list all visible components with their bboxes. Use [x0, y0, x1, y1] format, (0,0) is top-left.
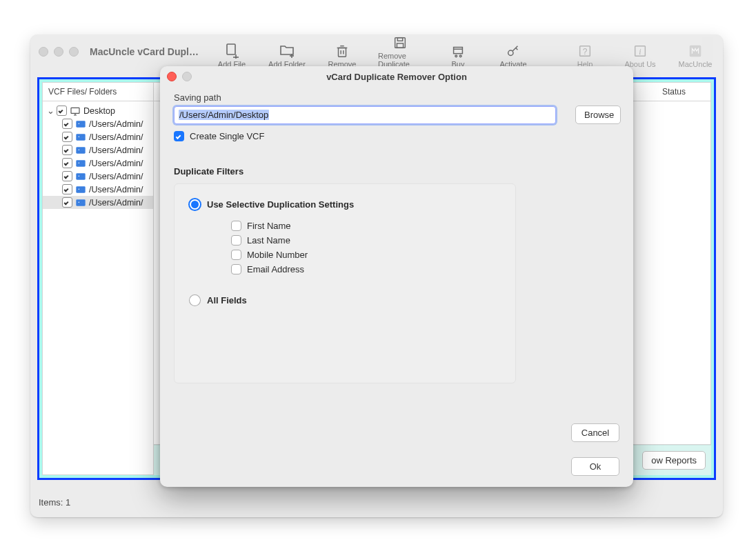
saving-path-input[interactable]: /Users/Admin/Desktop [174, 106, 556, 124]
add-file-icon [223, 42, 240, 59]
tree-root-checkbox[interactable] [57, 106, 67, 116]
svg-point-41 [78, 162, 80, 164]
modal-title: vCard Duplicate Remover Option [326, 72, 467, 82]
check-first-name[interactable] [231, 221, 241, 231]
vcard-icon [75, 186, 86, 194]
browse-button[interactable]: Browse [575, 106, 621, 124]
caret-down-icon[interactable]: ⌄ [47, 106, 54, 116]
svg-rect-48 [76, 186, 85, 192]
svg-point-33 [78, 136, 80, 138]
traffic-light-close[interactable] [39, 47, 48, 57]
key-icon [506, 43, 521, 59]
vcard-icon [75, 159, 86, 168]
info-icon: i [633, 43, 648, 59]
column-status[interactable]: Status [662, 87, 704, 97]
tree-item-checkbox[interactable] [62, 132, 72, 142]
tree-root-row[interactable]: ⌄ Desktop [43, 104, 153, 117]
tree-item[interactable]: /Users/Admin/ [43, 157, 153, 170]
svg-rect-0 [227, 44, 235, 54]
svg-point-49 [78, 188, 80, 190]
toolbar-remove-duplicate[interactable]: Remove Duplicate [378, 35, 422, 68]
tree-item-label: /Users/Admin/ [89, 172, 143, 181]
tree[interactable]: ⌄ Desktop /Users/Admin//Users/Admin//Use… [43, 101, 153, 212]
svg-rect-50 [81, 188, 85, 189]
tree-item-checkbox[interactable] [62, 171, 72, 181]
vcard-icon [75, 133, 86, 141]
svg-point-45 [78, 175, 80, 177]
tree-item-label: /Users/Admin/ [89, 132, 143, 142]
check-mobile[interactable] [231, 250, 241, 260]
radio-selective-label: Use Selective Duplication Settings [207, 199, 354, 210]
tree-item[interactable]: /Users/Admin/ [43, 117, 153, 130]
tree-item[interactable]: /Users/Admin/ [43, 170, 153, 183]
create-single-vcf-checkbox[interactable] [174, 131, 184, 141]
svg-rect-11 [397, 38, 402, 41]
tree-item-label: /Users/Admin/ [89, 159, 143, 168]
svg-rect-13 [454, 48, 463, 54]
tree-item[interactable]: /Users/Admin/ [43, 183, 153, 196]
check-email[interactable] [231, 264, 241, 274]
window-controls[interactable] [39, 47, 79, 57]
toolbar-brand[interactable]: MacUncle [676, 43, 715, 68]
duplicate-filters-header: Duplicate Filters [174, 166, 619, 177]
vcard-icon [75, 172, 86, 181]
cancel-button[interactable]: Cancel [571, 423, 619, 442]
status-bar: Items: 1 [39, 497, 70, 508]
svg-rect-34 [81, 136, 85, 137]
radio-all-fields[interactable] [190, 295, 200, 305]
svg-rect-30 [81, 123, 85, 123]
tree-item-checkbox[interactable] [62, 197, 72, 208]
help-icon: ? [577, 43, 593, 59]
ok-button[interactable]: Ok [571, 457, 619, 476]
window-title: MacUncle vCard Duplica… [90, 46, 200, 57]
traffic-light-min[interactable] [54, 47, 63, 57]
svg-rect-39 [81, 150, 85, 151]
svg-rect-25 [71, 108, 79, 113]
toolbar-add-file[interactable]: Add File [212, 42, 251, 68]
toolbar-remove[interactable]: Remove [323, 43, 361, 68]
tree-item-label: /Users/Admin/ [89, 119, 143, 129]
toolbar-activate[interactable]: Activate [494, 43, 533, 68]
toolbar-buy[interactable]: Buy [439, 43, 477, 68]
modal-close-button[interactable] [167, 72, 177, 81]
tree-item-checkbox[interactable] [62, 184, 72, 194]
tree-item[interactable]: /Users/Admin/ [43, 143, 153, 157]
tree-item-label: /Users/Admin/ [89, 185, 143, 194]
toolbar-add-folder[interactable]: Add Folder [268, 42, 306, 68]
toolbar-about[interactable]: i About Us [621, 43, 659, 68]
duplicate-remover-modal: vCard Duplicate Remover Option Saving pa… [160, 66, 633, 487]
svg-rect-31 [81, 124, 85, 125]
svg-point-29 [78, 123, 80, 125]
radio-selective[interactable] [190, 199, 200, 210]
radio-all-fields-label: All Fields [207, 295, 247, 305]
traffic-light-max[interactable] [69, 47, 79, 57]
brand-icon [688, 43, 703, 59]
svg-rect-55 [81, 203, 85, 203]
check-last-name[interactable] [231, 235, 241, 246]
tree-item-checkbox[interactable] [62, 158, 72, 168]
svg-rect-42 [81, 162, 85, 163]
tree-item[interactable]: /Users/Admin/ [43, 196, 153, 209]
tree-item-label: /Users/Admin/ [89, 198, 143, 208]
svg-line-19 [516, 48, 518, 50]
show-reports-button[interactable]: ow Reports [642, 451, 706, 470]
toolbar-help[interactable]: ? Help [566, 43, 604, 68]
svg-rect-54 [81, 201, 85, 202]
svg-rect-43 [81, 163, 85, 164]
titlebar: MacUncle vCard Duplica… Add File Add Fol… [30, 34, 723, 69]
check-first-name-label: First Name [247, 221, 291, 231]
tree-root-label: Desktop [83, 106, 115, 116]
modal-titlebar: vCard Duplicate Remover Option [160, 66, 633, 87]
check-last-name-label: Last Name [247, 235, 290, 246]
svg-point-37 [78, 149, 80, 151]
tree-item[interactable]: /Users/Admin/ [43, 130, 153, 143]
svg-point-17 [508, 50, 513, 55]
modal-min-button [182, 72, 192, 81]
tree-item-checkbox[interactable] [62, 119, 72, 129]
svg-rect-36 [76, 147, 85, 153]
svg-rect-44 [76, 173, 85, 179]
monitor-icon [70, 106, 81, 116]
svg-rect-12 [397, 43, 403, 48]
svg-rect-52 [76, 199, 85, 206]
tree-item-checkbox[interactable] [62, 145, 72, 155]
